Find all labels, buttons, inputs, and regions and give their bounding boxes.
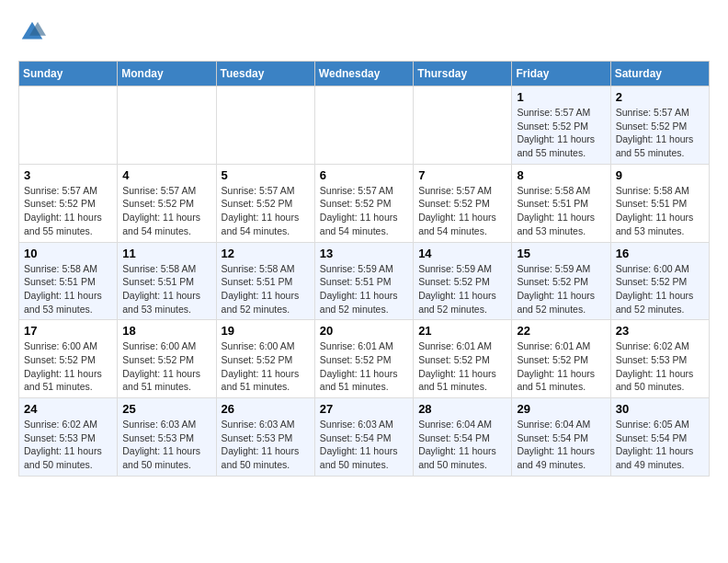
day-number: 5 (222, 168, 310, 182)
weekday-sunday: Sunday (19, 62, 118, 86)
weekday-tuesday: Tuesday (216, 62, 314, 86)
logo-icon (18, 18, 46, 46)
calendar-cell: 30Sunrise: 6:05 AM Sunset: 5:54 PM Dayli… (610, 398, 709, 477)
calendar-cell: 12Sunrise: 5:58 AM Sunset: 5:51 PM Dayli… (216, 242, 314, 320)
day-info: Sunrise: 6:02 AM Sunset: 5:53 PM Dayligh… (24, 418, 112, 472)
calendar-cell: 22Sunrise: 6:01 AM Sunset: 5:52 PM Dayli… (512, 320, 610, 398)
calendar-cell: 16Sunrise: 6:00 AM Sunset: 5:52 PM Dayli… (610, 242, 709, 320)
day-info: Sunrise: 5:57 AM Sunset: 5:52 PM Dayligh… (320, 184, 408, 238)
day-info: Sunrise: 5:57 AM Sunset: 5:52 PM Dayligh… (517, 106, 605, 160)
calendar-cell: 13Sunrise: 5:59 AM Sunset: 5:51 PM Dayli… (314, 242, 413, 320)
day-number: 28 (418, 402, 506, 416)
calendar-cell: 4Sunrise: 5:57 AM Sunset: 5:52 PM Daylig… (118, 164, 216, 242)
weekday-wednesday: Wednesday (314, 62, 413, 86)
calendar-cell: 15Sunrise: 5:59 AM Sunset: 5:52 PM Dayli… (512, 242, 610, 320)
day-number: 17 (24, 324, 112, 338)
day-info: Sunrise: 5:58 AM Sunset: 5:51 PM Dayligh… (517, 184, 605, 238)
calendar-cell: 26Sunrise: 6:03 AM Sunset: 5:53 PM Dayli… (216, 398, 314, 477)
calendar-cell: 19Sunrise: 6:00 AM Sunset: 5:52 PM Dayli… (216, 320, 314, 398)
day-number: 23 (616, 324, 704, 338)
day-info: Sunrise: 6:00 AM Sunset: 5:52 PM Dayligh… (222, 339, 310, 394)
calendar-cell: 10Sunrise: 5:58 AM Sunset: 5:51 PM Dayli… (19, 242, 118, 320)
calendar-cell (118, 86, 216, 165)
calendar-cell: 11Sunrise: 5:58 AM Sunset: 5:51 PM Dayli… (118, 242, 216, 320)
day-number: 10 (24, 247, 112, 260)
day-info: Sunrise: 5:59 AM Sunset: 5:52 PM Dayligh… (517, 262, 605, 316)
day-number: 4 (122, 168, 210, 182)
day-number: 20 (320, 324, 408, 338)
day-number: 18 (122, 324, 210, 338)
day-info: Sunrise: 6:04 AM Sunset: 5:54 PM Dayligh… (418, 418, 506, 472)
weekday-header-row: SundayMondayTuesdayWednesdayThursdayFrid… (19, 62, 710, 86)
calendar-cell: 25Sunrise: 6:03 AM Sunset: 5:53 PM Dayli… (118, 398, 216, 477)
day-info: Sunrise: 5:57 AM Sunset: 5:52 PM Dayligh… (24, 184, 112, 238)
day-number: 22 (517, 324, 605, 338)
page-header (18, 18, 710, 46)
day-number: 16 (616, 247, 704, 260)
weekday-thursday: Thursday (414, 62, 512, 86)
day-info: Sunrise: 5:57 AM Sunset: 5:52 PM Dayligh… (222, 184, 310, 238)
day-number: 30 (616, 402, 704, 416)
day-info: Sunrise: 6:01 AM Sunset: 5:52 PM Dayligh… (517, 339, 605, 394)
calendar-week-1: 1Sunrise: 5:57 AM Sunset: 5:52 PM Daylig… (19, 86, 710, 165)
calendar-cell: 8Sunrise: 5:58 AM Sunset: 5:51 PM Daylig… (512, 164, 610, 242)
calendar-cell: 23Sunrise: 6:02 AM Sunset: 5:53 PM Dayli… (610, 320, 709, 398)
day-number: 29 (517, 402, 605, 416)
calendar-week-2: 3Sunrise: 5:57 AM Sunset: 5:52 PM Daylig… (19, 164, 710, 242)
calendar-cell (414, 86, 512, 165)
calendar-cell (19, 86, 118, 165)
day-info: Sunrise: 6:00 AM Sunset: 5:52 PM Dayligh… (616, 262, 704, 316)
calendar-body: 1Sunrise: 5:57 AM Sunset: 5:52 PM Daylig… (19, 86, 710, 477)
day-info: Sunrise: 6:02 AM Sunset: 5:53 PM Dayligh… (616, 339, 704, 394)
day-number: 24 (24, 402, 112, 416)
day-number: 19 (222, 324, 310, 338)
calendar-cell (216, 86, 314, 165)
calendar-header: SundayMondayTuesdayWednesdayThursdayFrid… (19, 62, 710, 86)
calendar-cell: 6Sunrise: 5:57 AM Sunset: 5:52 PM Daylig… (314, 164, 413, 242)
calendar-cell: 28Sunrise: 6:04 AM Sunset: 5:54 PM Dayli… (414, 398, 512, 477)
calendar-cell: 9Sunrise: 5:58 AM Sunset: 5:51 PM Daylig… (610, 164, 709, 242)
day-number: 3 (24, 168, 112, 182)
day-info: Sunrise: 6:04 AM Sunset: 5:54 PM Dayligh… (517, 418, 605, 472)
day-info: Sunrise: 6:00 AM Sunset: 5:52 PM Dayligh… (122, 339, 210, 394)
day-info: Sunrise: 5:59 AM Sunset: 5:51 PM Dayligh… (320, 262, 408, 316)
day-info: Sunrise: 5:58 AM Sunset: 5:51 PM Dayligh… (122, 262, 210, 316)
day-info: Sunrise: 5:59 AM Sunset: 5:52 PM Dayligh… (418, 262, 506, 316)
calendar-cell: 20Sunrise: 6:01 AM Sunset: 5:52 PM Dayli… (314, 320, 413, 398)
calendar-week-3: 10Sunrise: 5:58 AM Sunset: 5:51 PM Dayli… (19, 242, 710, 320)
calendar-cell: 2Sunrise: 5:57 AM Sunset: 5:52 PM Daylig… (610, 86, 709, 165)
logo (18, 18, 48, 46)
day-number: 13 (320, 247, 408, 260)
day-info: Sunrise: 6:00 AM Sunset: 5:52 PM Dayligh… (24, 339, 112, 394)
day-info: Sunrise: 6:05 AM Sunset: 5:54 PM Dayligh… (616, 418, 704, 472)
day-number: 7 (418, 168, 506, 182)
day-info: Sunrise: 6:03 AM Sunset: 5:53 PM Dayligh… (122, 418, 210, 472)
day-number: 9 (616, 168, 704, 182)
calendar-cell: 7Sunrise: 5:57 AM Sunset: 5:52 PM Daylig… (414, 164, 512, 242)
day-number: 6 (320, 168, 408, 182)
calendar-cell: 14Sunrise: 5:59 AM Sunset: 5:52 PM Dayli… (414, 242, 512, 320)
weekday-saturday: Saturday (610, 62, 709, 86)
calendar-cell: 24Sunrise: 6:02 AM Sunset: 5:53 PM Dayli… (19, 398, 118, 477)
day-number: 8 (517, 168, 605, 182)
calendar-table: SundayMondayTuesdayWednesdayThursdayFrid… (18, 61, 710, 477)
day-number: 11 (122, 247, 210, 260)
calendar-cell: 5Sunrise: 5:57 AM Sunset: 5:52 PM Daylig… (216, 164, 314, 242)
calendar-week-5: 24Sunrise: 6:02 AM Sunset: 5:53 PM Dayli… (19, 398, 710, 477)
day-number: 1 (517, 90, 605, 104)
calendar-cell: 29Sunrise: 6:04 AM Sunset: 5:54 PM Dayli… (512, 398, 610, 477)
day-info: Sunrise: 5:58 AM Sunset: 5:51 PM Dayligh… (222, 262, 310, 316)
calendar-cell (314, 86, 413, 165)
day-info: Sunrise: 5:57 AM Sunset: 5:52 PM Dayligh… (418, 184, 506, 238)
day-number: 26 (222, 402, 310, 416)
day-number: 2 (616, 90, 704, 104)
calendar-cell: 3Sunrise: 5:57 AM Sunset: 5:52 PM Daylig… (19, 164, 118, 242)
day-number: 21 (418, 324, 506, 338)
weekday-monday: Monday (118, 62, 216, 86)
day-info: Sunrise: 6:01 AM Sunset: 5:52 PM Dayligh… (418, 339, 506, 394)
day-info: Sunrise: 5:57 AM Sunset: 5:52 PM Dayligh… (122, 184, 210, 238)
weekday-friday: Friday (512, 62, 610, 86)
day-info: Sunrise: 5:58 AM Sunset: 5:51 PM Dayligh… (24, 262, 112, 316)
calendar-cell: 1Sunrise: 5:57 AM Sunset: 5:52 PM Daylig… (512, 86, 610, 165)
calendar-cell: 21Sunrise: 6:01 AM Sunset: 5:52 PM Dayli… (414, 320, 512, 398)
